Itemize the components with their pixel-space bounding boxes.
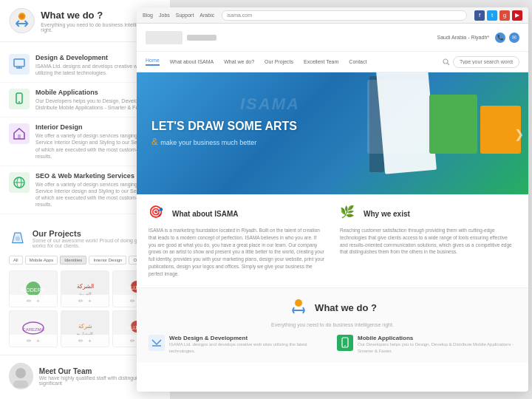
- svg-rect-8: [14, 59, 24, 66]
- browser-tab-arabic[interactable]: Arabic: [200, 13, 214, 18]
- hero-image-2: [429, 95, 477, 154]
- menu-projects[interactable]: Our Projects: [265, 59, 293, 64]
- svg-text:CAREZMA: CAREZMA: [22, 327, 44, 332]
- projects-flask-icon: [9, 228, 27, 250]
- youtube-icon[interactable]: ▶: [512, 10, 522, 21]
- about-col-1: 🎯 What about ISAMA ISAMA is a marketing …: [149, 205, 325, 277]
- whatwedo-header: What we do ?: [149, 297, 516, 318]
- about-target-icon: 🎯: [149, 205, 166, 222]
- svg-text:MODERN: MODERN: [21, 287, 44, 293]
- about-col-2: 🌿 Why we exist Reaching customer satisfa…: [340, 205, 516, 277]
- menu-whatwedo[interactable]: What we do?: [224, 59, 254, 64]
- menu-about[interactable]: What about ISAMA: [170, 59, 214, 64]
- hero-next-arrow-icon[interactable]: ❯: [514, 126, 524, 140]
- whatwedo-title-text: What we do ?: [315, 302, 377, 313]
- interior-icon: [9, 123, 30, 144]
- browser-addressbar[interactable]: isama.com: [222, 10, 467, 21]
- team-avatar: [9, 363, 33, 389]
- website-logo-area: [146, 31, 430, 44]
- hero-images: [367, 80, 521, 154]
- mobile-icon: [9, 89, 30, 109]
- hero-brand-watermark: ISAMA: [240, 95, 300, 114]
- filter-all[interactable]: All: [9, 256, 23, 265]
- seo-icon: [9, 172, 30, 193]
- website-nav: Saudi Arabia - Riyadh* 📞 ✉: [137, 24, 528, 52]
- about-header-2: 🌿 Why we exist: [340, 205, 516, 222]
- svg-line-38: [448, 63, 450, 65]
- mobileapp-icon: [337, 335, 353, 351]
- project-item-5[interactable]: شركةالمشاريع ✏+: [61, 310, 109, 347]
- svg-point-47: [344, 345, 346, 347]
- whatwedo-item-2: Mobile Applications Our Developers helps…: [337, 335, 516, 354]
- social-icons: f t g ▶: [474, 10, 522, 21]
- filter-identities[interactable]: Identities: [60, 256, 86, 265]
- website-logo-text: [187, 35, 216, 41]
- about-section: 🎯 What about ISAMA ISAMA is a marketing …: [137, 194, 528, 288]
- menu-team[interactable]: Excellent Team: [304, 59, 338, 64]
- hero-section: ISAMA LET'S DRAW SOME ARTS & make your b…: [137, 72, 528, 194]
- filter-mobile[interactable]: Mobile Apps: [25, 256, 58, 265]
- hero-subtitle: & make your business much better: [151, 136, 297, 147]
- right-panel: Blog Jobs Support Arabic isama.com f t g…: [137, 7, 528, 392]
- webdesign-text: Web Design & Development ISAMA Ltd. desi…: [169, 335, 328, 354]
- project-item-2[interactable]: الشركةالعربية ✏+: [61, 270, 109, 307]
- email-icon[interactable]: ✉: [509, 33, 519, 43]
- svg-point-20: [16, 236, 20, 241]
- menu-home[interactable]: Home: [146, 58, 160, 66]
- search-icon: [443, 58, 450, 66]
- project-item-1[interactable]: MODERNSOCCER ✏+: [9, 270, 58, 307]
- svg-text:الشركة: الشركة: [77, 283, 94, 290]
- webdesign-icon: [149, 335, 165, 351]
- nav-right: Saudi Arabia - Riyadh* 📞 ✉: [437, 33, 519, 43]
- filter-interior[interactable]: Interior Design: [89, 256, 126, 265]
- hero-content: LET'S DRAW SOME ARTS & make your busines…: [137, 120, 312, 147]
- svg-point-37: [443, 59, 448, 64]
- about-header-1: 🎯 What about ISAMA: [149, 205, 325, 222]
- svg-rect-14: [18, 134, 21, 139]
- isama-logo-icon: [9, 7, 35, 34]
- search-input[interactable]: [453, 56, 519, 68]
- menu-contact[interactable]: Contact: [349, 59, 366, 64]
- svg-point-39: [295, 299, 302, 307]
- svg-point-12: [18, 101, 20, 103]
- browser-tab-jobs[interactable]: Jobs: [159, 13, 170, 18]
- website-menubar: Home What about ISAMA What we do? Our Pr…: [137, 52, 528, 72]
- design-icon: [9, 54, 30, 75]
- browser-tab-blog[interactable]: Blog: [143, 13, 153, 18]
- nav-location: Saudi Arabia - Riyadh*: [437, 35, 489, 40]
- hero-image-1: [367, 80, 426, 154]
- whatwedo-section: What we do ? Everything you need to do b…: [137, 288, 528, 363]
- svg-point-2: [20, 14, 24, 18]
- svg-point-0: [10, 8, 34, 33]
- whatwedo-item-1: Web Design & Development ISAMA Ltd. desi…: [149, 335, 328, 354]
- whatwedo-grid: Web Design & Development ISAMA Ltd. desi…: [149, 335, 516, 354]
- browser-tab-list: Blog Jobs Support Arabic: [143, 13, 214, 18]
- browser-tab-support[interactable]: Support: [176, 13, 194, 18]
- about-leaf-icon: 🌿: [340, 205, 358, 222]
- svg-point-35: [16, 368, 26, 378]
- twitter-icon[interactable]: t: [487, 10, 497, 21]
- project-item-4[interactable]: CAREZMA ✏+: [9, 310, 58, 347]
- svg-text:شركة: شركة: [78, 323, 92, 330]
- browser-topbar: Blog Jobs Support Arabic isama.com f t g…: [137, 7, 528, 24]
- svg-rect-36: [13, 381, 28, 388]
- phone-icon[interactable]: 📞: [495, 33, 505, 43]
- googleplus-icon[interactable]: g: [499, 10, 510, 21]
- nav-contact-icons: 📞 ✉: [495, 33, 519, 43]
- browser-url: isama.com: [227, 13, 252, 18]
- facebook-icon[interactable]: f: [474, 10, 485, 21]
- whatwedo-logo-icon: [288, 297, 309, 318]
- search-area: [443, 56, 519, 68]
- mobileapp-text: Mobile Applications Our Developers helps…: [358, 335, 516, 354]
- website-logo-placeholder: [146, 31, 183, 44]
- hero-title: LET'S DRAW SOME ARTS: [151, 120, 297, 133]
